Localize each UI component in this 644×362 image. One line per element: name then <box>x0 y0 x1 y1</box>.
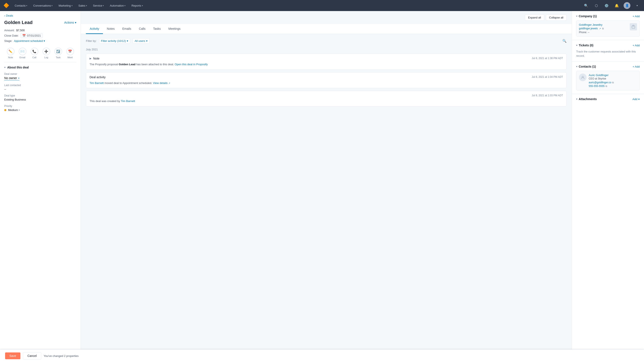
company-section-toggle[interactable]: ▾ Company (1) <box>576 14 597 18</box>
nav-conversations[interactable]: Conversations ▾ <box>31 3 55 8</box>
nav-marketing[interactable]: Marketing ▾ <box>56 3 74 8</box>
priority-chevron-icon: ▾ <box>19 109 20 111</box>
filter-users-dropdown[interactable]: All users ▾ <box>133 38 150 43</box>
actions-button[interactable]: Actions ▾ <box>64 21 76 24</box>
tickets-add-button[interactable]: + Add <box>632 44 640 47</box>
view-details-link[interactable]: View details <box>153 81 168 85</box>
creator-link[interactable]: Tim Barnett <box>121 99 135 103</box>
save-button[interactable]: Save <box>5 353 20 359</box>
conversations-chevron-icon: ▾ <box>52 4 52 7</box>
cancel-button[interactable]: Cancel <box>23 352 41 360</box>
about-header[interactable]: ▾ About this deal <box>4 66 76 69</box>
nav-sales[interactable]: Sales ▾ <box>76 3 89 8</box>
deal-owner-select[interactable]: No owner ▾ <box>4 76 19 80</box>
attachments-section-toggle[interactable]: ▾ Attachments <box>576 97 597 101</box>
tab-activity[interactable]: Activity <box>86 24 103 34</box>
contact-phone-copy-icon[interactable]: ⧉ <box>606 85 607 88</box>
call-icon: 📞 <box>31 48 38 55</box>
tickets-section: ▾ Tickets (0) + Add Track the customer r… <box>572 40 644 61</box>
tickets-empty-text: Track the customer requests associated w… <box>576 49 640 58</box>
contacts-add-button[interactable]: + Add <box>632 65 640 68</box>
user-avatar[interactable]: 👤 <box>624 2 630 9</box>
meet-action-button[interactable]: 📅 Meet <box>66 48 74 59</box>
close-date-field[interactable]: 📅 07/31/2021 <box>20 33 43 38</box>
task-action-button[interactable]: ☑️ Task <box>54 48 62 59</box>
activity-feed: Filter by: Filter activity (10/12) ▾ All… <box>81 34 572 113</box>
contact-email-copy-icon[interactable]: ⧉ <box>612 81 614 84</box>
company-add-button[interactable]: + Add <box>632 15 640 18</box>
nav-reports[interactable]: Reports ▾ <box>129 3 145 8</box>
account-chevron-icon[interactable]: ▾ <box>634 2 640 9</box>
marketplace-button[interactable]: ⬡ <box>593 2 600 9</box>
left-sidebar: ‹ Deals Golden Lead Actions ▾ Amount: $7… <box>0 11 81 362</box>
nav-contacts[interactable]: Contacts ▾ <box>12 3 29 8</box>
automation-chevron-icon: ▾ <box>124 4 126 7</box>
tickets-section-toggle[interactable]: ▾ Tickets (0) <box>576 43 594 47</box>
contacts-chevron-icon: ▾ <box>576 65 578 68</box>
filter-activity-dropdown[interactable]: Filter activity (10/12) ▾ <box>99 38 130 43</box>
nav-automation[interactable]: Automation ▾ <box>108 3 128 8</box>
contact-name-link[interactable]: Auric Goldfinger <box>589 73 637 77</box>
note-expand-icon[interactable]: ▶ <box>90 57 92 60</box>
save-status-text: You've changed 2 properties <box>44 354 79 358</box>
tab-emails[interactable]: Emails <box>118 24 135 34</box>
stage-field[interactable]: Appointment scheduled ▾ <box>14 39 45 42</box>
note-action-button[interactable]: ✏️ Note <box>7 48 14 59</box>
center-content: Expand all Collapse all Activity Notes E… <box>81 11 572 362</box>
tab-tasks[interactable]: Tasks <box>149 24 164 34</box>
deal-created-card: Jul 8, 2021 at 1:03 PM ADT This deal was… <box>86 91 566 106</box>
content-header: Expand all Collapse all <box>81 11 572 24</box>
deals-back-link[interactable]: ‹ Deals <box>4 14 13 17</box>
deal-activity-body: Tim Barnett moved deal to Appointment sc… <box>86 81 566 88</box>
email-action-button[interactable]: ✉️ Email <box>19 48 26 59</box>
proposify-link[interactable]: Open this deal in Proposify <box>174 63 208 66</box>
task-icon: ☑️ <box>54 48 62 55</box>
settings-button[interactable]: ⚙️ <box>603 2 610 9</box>
contact-email-link[interactable]: auric@goldfinger.co <box>589 81 611 84</box>
about-chevron-icon: ▾ <box>4 66 6 69</box>
company-url-link[interactable]: goldfinger.jewels <box>579 27 598 30</box>
reports-chevron-icon: ▾ <box>142 4 143 7</box>
priority-value[interactable]: Medium ▾ <box>4 108 76 112</box>
attachments-section: ▾ Attachments Add ▾ <box>572 94 644 104</box>
hubspot-logo[interactable]: 🔶 <box>4 3 9 8</box>
svg-rect-1 <box>633 25 634 26</box>
deal-activity-timestamp: Jul 8, 2021 at 1:04 PM ADT <box>532 75 563 78</box>
tab-notes[interactable]: Notes <box>103 24 118 34</box>
last-contacted-field: Last contacted -- <box>4 84 76 91</box>
calendar-icon: 📅 <box>22 34 26 37</box>
log-action-button[interactable]: ➕ Log <box>42 48 50 59</box>
search-button[interactable]: 🔍 <box>583 2 590 9</box>
priority-indicator <box>4 109 6 111</box>
contact-phone-link[interactable]: 555-555-5555 <box>589 85 605 88</box>
company-name-link[interactable]: Goldfinger Jewellry <box>579 23 630 26</box>
email-icon: ✉️ <box>19 48 26 55</box>
notifications-button[interactable]: 🔔 <box>613 2 620 9</box>
main-container: ‹ Deals Golden Lead Actions ▾ Amount: $7… <box>0 11 644 362</box>
company-avatar <box>630 23 637 30</box>
stage-row: Stage: Appointment scheduled ▾ <box>4 39 76 42</box>
activity-search-button[interactable]: 🔍 <box>562 39 566 43</box>
contacts-section: ▾ Contacts (1) + Add Auric Goldfinger CE… <box>572 61 644 94</box>
note-card-title: Note <box>93 57 100 60</box>
deal-header: Golden Lead Actions ▾ <box>0 19 80 28</box>
collapse-all-button[interactable]: Collapse all <box>546 14 566 21</box>
company-copy-icon[interactable]: ⧉ <box>602 27 604 30</box>
attachments-add-button[interactable]: Add ▾ <box>632 98 640 101</box>
call-action-button[interactable]: 📞 Call <box>31 48 38 59</box>
nav-service[interactable]: Service ▾ <box>91 3 106 8</box>
expand-all-button[interactable]: Expand all <box>525 14 544 21</box>
deal-actor-link[interactable]: Tim Barnett <box>90 81 104 85</box>
deal-type-field: Deal type Existing Business <box>4 94 76 101</box>
contacts-section-toggle[interactable]: ▾ Contacts (1) <box>576 65 596 68</box>
deal-meta: Amount: $7,500 Close Date: 📅 07/31/2021 … <box>0 28 80 46</box>
deal-owner-field: Deal owner No owner ▾ <box>4 72 76 80</box>
top-navigation: 🔶 Contacts ▾ Conversations ▾ Marketing ▾… <box>0 0 644 11</box>
close-date-row: Close Date: 📅 07/31/2021 <box>4 33 76 38</box>
deal-owner-chevron-icon: ▾ <box>18 77 19 79</box>
action-buttons-row: ✏️ Note ✉️ Email 📞 Call ➕ Log ☑️ Task 📅 <box>0 46 80 62</box>
priority-field: Priority Medium ▾ <box>4 105 76 112</box>
tab-meetings[interactable]: Meetings <box>164 24 184 34</box>
tab-calls[interactable]: Calls <box>135 24 149 34</box>
service-chevron-icon: ▾ <box>103 4 104 7</box>
